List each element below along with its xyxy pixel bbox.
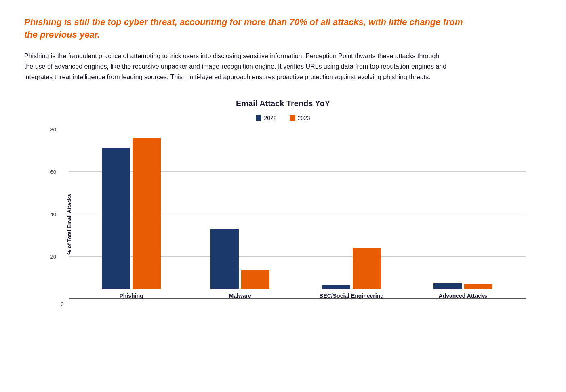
bar-group-label: Phishing [120, 293, 143, 299]
bar-2023 [241, 270, 269, 289]
bar-group: Phishing [102, 138, 161, 299]
bar-2022 [322, 285, 350, 289]
legend-item-2023: 2023 [290, 115, 310, 121]
bar-group: Advanced Attacks [433, 283, 492, 299]
legend-swatch-2022 [256, 115, 261, 121]
bar-group-label: Malware [229, 293, 251, 299]
y-tick-label: 60 [50, 169, 56, 175]
bars-row [102, 138, 161, 289]
bar-group-label: BEC/Social Engineering [319, 293, 383, 299]
legend-label-2023: 2023 [298, 115, 310, 121]
bar-2023 [353, 248, 381, 289]
bars-wrapper: PhishingMalwareBEC/Social EngineeringAdv… [69, 129, 526, 299]
bar-group: BEC/Social Engineering [319, 248, 383, 299]
chart-area: % of Total Email Attacks 20406080 0 Phis… [41, 129, 526, 319]
legend-label-2022: 2022 [264, 115, 276, 121]
y-tick-label: 80 [50, 126, 56, 132]
y-tick-label: 20 [50, 253, 56, 259]
bar-2022 [210, 229, 239, 289]
chart-inner: 20406080 0 PhishingMalwareBEC/Social Eng… [69, 129, 526, 299]
bars-row [322, 248, 381, 289]
zero-label: 0 [61, 301, 64, 307]
legend-item-2022: 2022 [256, 115, 276, 121]
bar-group-label: Advanced Attacks [438, 293, 487, 299]
chart-legend: 2022 2023 [41, 115, 526, 121]
bar-2022 [102, 148, 130, 289]
bar-2023 [464, 284, 492, 289]
bars-row [433, 283, 492, 289]
bars-row [210, 229, 269, 289]
bar-group: Malware [210, 229, 269, 299]
legend-swatch-2023 [290, 115, 295, 121]
chart-container: Email Attack Trends YoY 2022 2023 % of T… [41, 99, 526, 319]
description-text: Phishing is the fraudulent practice of a… [24, 51, 448, 83]
y-tick-label: 40 [50, 211, 56, 217]
bar-2023 [133, 138, 161, 289]
bar-2022 [433, 283, 462, 289]
chart-title: Email Attack Trends YoY [41, 99, 526, 108]
headline-text: Phishing is still the top cyber threat, … [24, 16, 469, 41]
